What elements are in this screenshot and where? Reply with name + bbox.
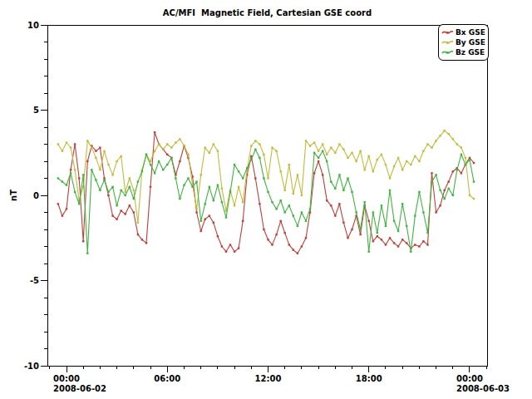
legend: Bx GSE By GSE Bz GSE [438, 24, 489, 61]
series-marker-bx [334, 214, 336, 216]
series-marker-bz [465, 164, 466, 165]
series-marker-bz [234, 164, 235, 165]
series-marker-by [57, 143, 59, 145]
series-marker-by [175, 141, 176, 143]
series-marker-bx [385, 244, 387, 245]
series-marker-bx [129, 204, 131, 206]
series-marker-by [74, 169, 76, 170]
series-marker-by [338, 143, 340, 145]
legend-item-bx: Bx GSE [441, 27, 485, 37]
series-marker-by [179, 138, 180, 140]
legend-item-bz: Bz GSE [441, 47, 485, 57]
series-marker-bx [133, 211, 135, 213]
series-marker-by [275, 150, 277, 152]
series-marker-bz [275, 208, 277, 209]
series-marker-by [259, 143, 260, 145]
series-marker-bx [318, 160, 319, 162]
series-marker-bz [461, 154, 462, 155]
series-marker-bx [275, 234, 277, 235]
series-marker-by [347, 157, 348, 159]
series-marker-by [107, 164, 109, 165]
series-marker-bz [99, 190, 101, 191]
series-marker-by [418, 160, 420, 162]
series-marker-bz [74, 191, 76, 193]
series-marker-by [364, 169, 366, 170]
series-marker-bx [234, 251, 235, 253]
series-marker-by [195, 208, 197, 209]
series-marker-bz [242, 177, 244, 179]
series-marker-bz [280, 200, 282, 201]
series-marker-bx [86, 160, 88, 162]
series-marker-by [133, 190, 135, 191]
series-marker-bz [334, 188, 336, 190]
series-marker-by [330, 146, 332, 148]
y-tick-label: -5 [30, 276, 39, 285]
series-marker-bz [351, 191, 352, 193]
series-marker-bx [95, 150, 96, 152]
series-marker-bz [418, 191, 420, 193]
series-marker-bx [368, 220, 370, 222]
series-marker-bz [170, 157, 172, 159]
series-marker-by [469, 195, 470, 196]
series-marker-by [200, 174, 202, 175]
series-marker-by [154, 150, 155, 152]
series-marker-by [305, 140, 307, 141]
series-marker-bz [166, 164, 168, 165]
x-tick-label: 12:00 [255, 374, 282, 383]
series-marker-bx [305, 237, 307, 239]
series-marker-by [267, 177, 268, 179]
series-marker-by [351, 152, 352, 154]
series-marker-bx [209, 214, 210, 216]
series-marker-by [381, 154, 382, 155]
series-marker-bx [406, 242, 407, 244]
series-marker-bz [293, 214, 294, 216]
series-marker-by [406, 160, 407, 162]
series-marker-bx [221, 245, 223, 247]
series-marker-by [461, 146, 462, 148]
series-marker-by [452, 138, 454, 140]
series-marker-bz [209, 186, 210, 188]
series-marker-bx [62, 214, 63, 216]
series-marker-bx [107, 195, 109, 196]
series-marker-by [204, 146, 206, 148]
series-marker-bz [107, 191, 109, 193]
series-marker-by [355, 160, 357, 162]
series-marker-by [271, 146, 273, 148]
series-marker-bz [389, 190, 391, 191]
series-marker-bx [74, 143, 76, 145]
y-tick-label: -10 [24, 362, 39, 371]
y-tick-label: 0 [33, 191, 39, 200]
series-marker-bx [431, 172, 432, 174]
series-marker-bx [297, 253, 298, 254]
series-marker-bx [414, 244, 416, 245]
series-marker-bz [309, 208, 311, 209]
series-marker-bz [246, 167, 248, 169]
series-marker-bz [368, 251, 370, 253]
series-marker-bz [393, 220, 395, 222]
series-marker-bx [342, 222, 344, 224]
series-marker-bz [297, 225, 298, 227]
series-marker-bx [125, 213, 126, 214]
series-marker-bz [313, 152, 315, 154]
series-marker-by [183, 145, 185, 146]
x-tick-label: 00:00 [53, 374, 80, 383]
y-tick-label: 10 [27, 21, 39, 30]
series-marker-bz [288, 204, 290, 206]
series-marker-bz [250, 159, 252, 160]
series-marker-bz [263, 177, 264, 179]
series-marker-bx [347, 237, 348, 239]
series-marker-by [213, 143, 214, 145]
series-marker-by [99, 169, 101, 170]
series-marker-bx [326, 200, 328, 201]
series-marker-bz [213, 200, 214, 201]
series-marker-by [401, 169, 403, 170]
series-marker-by [162, 149, 164, 150]
series-marker-bz [326, 160, 328, 162]
series-marker-by [263, 154, 264, 155]
series-marker-bz [448, 188, 450, 190]
series-marker-bx [57, 203, 59, 204]
series-marker-bz [133, 198, 135, 200]
series-marker-bz [191, 186, 193, 188]
series-marker-bz [397, 230, 399, 232]
series-marker-by [111, 174, 113, 175]
